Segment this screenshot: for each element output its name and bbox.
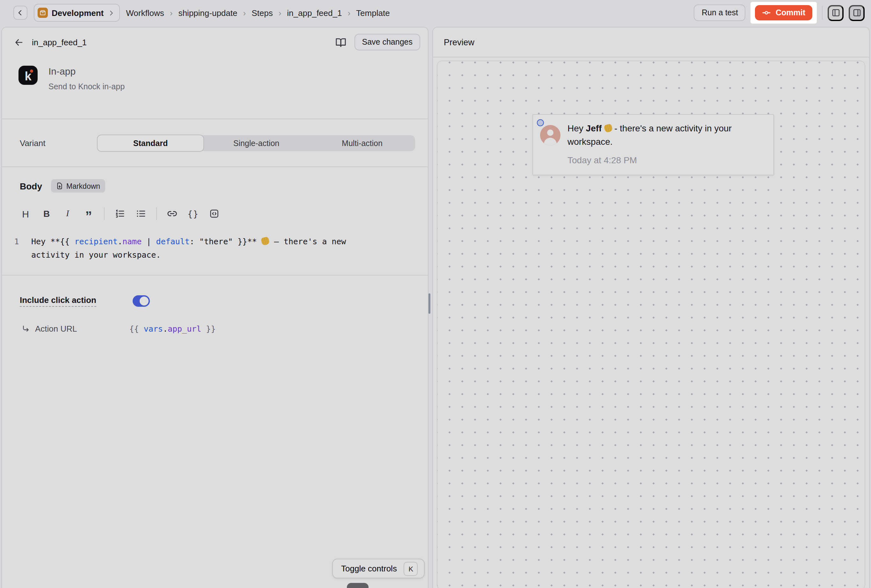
heading-button[interactable]: H (20, 208, 31, 219)
wave-emoji (261, 236, 270, 245)
link-button[interactable] (166, 208, 178, 219)
file-down-icon (56, 183, 63, 189)
blockquote-button[interactable]: ” (83, 208, 94, 219)
bullet-list-icon (136, 208, 146, 219)
url-token: }} (201, 324, 216, 334)
toolbar-separator (156, 207, 157, 220)
arrow-left-icon (14, 37, 24, 47)
breadcrumb-steps[interactable]: Steps (251, 8, 273, 18)
code-token: | (142, 236, 156, 246)
chevron-right-icon (108, 9, 114, 16)
editor-toolbar: H B I ” {} (2, 193, 428, 221)
liquid-code-button[interactable] (208, 208, 220, 219)
commit-label: Commit (776, 8, 805, 17)
preview-panel: Preview Hey Jeff - there's a new activit… (432, 27, 870, 588)
include-click-action-row: Include click action (2, 275, 428, 307)
variant-option-standard[interactable]: Standard (97, 135, 204, 152)
variant-option-single-action[interactable]: Single-action (204, 135, 309, 151)
breadcrumb-workflows[interactable]: Workflows (126, 8, 164, 18)
variable-button[interactable]: {} (187, 208, 199, 219)
top-bar: Development Workflows › shipping-update … (0, 0, 871, 25)
git-commit-icon (762, 8, 771, 17)
panel-resize-handle[interactable] (428, 293, 430, 314)
channel-subtitle: Send to Knock in-app (48, 82, 125, 91)
toolbar-separator (104, 207, 105, 220)
channel-info: k In-app Send to Knock in-app (2, 50, 428, 110)
commit-spotlight: Commit (751, 2, 817, 24)
ordered-list-icon (115, 208, 125, 219)
code-token: . (118, 236, 123, 246)
corner-down-right-icon (22, 325, 30, 333)
code-token-string: "there" (199, 236, 233, 246)
format-badge[interactable]: Markdown (51, 179, 105, 193)
chevron-right-icon: › (170, 8, 173, 18)
divider (433, 57, 869, 57)
code-token-property: name (123, 236, 142, 246)
template-editor-panel: in_app_feed_1 Save changes k In-app Send… (1, 27, 428, 588)
action-url-row: Action URL {{ vars.app_url }} (2, 307, 428, 334)
toggle-knob (140, 296, 148, 305)
code-block-icon (209, 208, 219, 219)
back-button[interactable] (13, 6, 27, 20)
top-bar-actions: Run a test Commit (694, 2, 865, 24)
notification-card[interactable]: Hey Jeff - there's a new activity in you… (533, 114, 774, 175)
variant-label: Variant (20, 138, 97, 148)
url-token: {{ (129, 324, 144, 334)
code-token: : (190, 236, 199, 246)
chevron-right-icon: › (347, 8, 350, 18)
body-label: Body (20, 181, 42, 191)
preview-title: Preview (444, 37, 474, 47)
code-token: – there's a new (269, 236, 346, 246)
environment-icon (37, 7, 48, 18)
code-token-variable: recipient (74, 236, 117, 246)
breadcrumb-step-name[interactable]: in_app_feed_1 (287, 8, 342, 18)
bottom-toast-peek (347, 583, 368, 588)
code-content: Hey **{{ recipient.name | default: "ther… (31, 235, 414, 262)
code-token: Hey **{{ (31, 236, 74, 246)
action-url-value[interactable]: {{ vars.app_url }} (129, 324, 216, 334)
toolbar-divider (822, 6, 823, 20)
message-prefix: Hey (567, 123, 586, 133)
toggle-left-panel-button[interactable] (828, 5, 844, 21)
docs-button[interactable] (335, 37, 346, 48)
panel-left-icon (831, 8, 840, 17)
breadcrumb: Workflows › shipping-update › Steps › in… (126, 8, 390, 18)
breadcrumb-template[interactable]: Template (356, 8, 390, 18)
commit-button[interactable]: Commit (755, 5, 812, 20)
variant-option-multi-action[interactable]: Multi-action (309, 135, 415, 151)
unread-indicator-dot (537, 119, 544, 126)
bold-button[interactable]: B (41, 208, 52, 219)
chevron-right-icon: › (243, 8, 246, 18)
run-a-test-button[interactable]: Run a test (694, 4, 746, 21)
editor-header: in_app_feed_1 Save changes (2, 27, 428, 50)
back-to-step-button[interactable] (14, 37, 24, 47)
recipient-name: Jeff (586, 123, 602, 133)
preview-canvas: Hey Jeff - there's a new activity in you… (437, 61, 865, 588)
save-changes-button[interactable]: Save changes (355, 34, 420, 50)
toggle-right-panel-button[interactable] (849, 5, 865, 21)
include-click-action-toggle[interactable] (133, 295, 150, 307)
body-section-header: Body Markdown (2, 167, 428, 193)
line-number: 1 (2, 235, 31, 262)
chevron-right-icon: › (278, 8, 281, 18)
knock-logo-dot (30, 69, 33, 73)
keyboard-shortcut-badge: K (404, 561, 418, 576)
environment-selector[interactable]: Development (34, 4, 120, 22)
url-token-property: app_url (168, 324, 201, 334)
ordered-list-button[interactable] (114, 208, 126, 219)
variant-segmented-control: Standard Single-action Multi-action (97, 135, 415, 151)
breadcrumb-workflow-name[interactable]: shipping-update (178, 8, 237, 18)
italic-button[interactable]: I (62, 208, 73, 219)
code-editor[interactable]: 1 Hey **{{ recipient.name | default: "th… (2, 221, 428, 262)
chevron-left-icon (16, 9, 24, 16)
preview-header: Preview (433, 27, 869, 57)
wave-emoji (603, 123, 613, 133)
toggle-controls-button[interactable]: Toggle controls K (332, 559, 425, 578)
step-name: in_app_feed_1 (32, 37, 87, 47)
link-icon (167, 208, 177, 219)
code-line-2: activity in your workspace. (31, 250, 161, 260)
bullet-list-button[interactable] (135, 208, 147, 219)
notification-message: Hey Jeff - there's a new activity in you… (567, 122, 766, 149)
channel-title: In-app (48, 66, 125, 76)
avatar (540, 125, 560, 145)
